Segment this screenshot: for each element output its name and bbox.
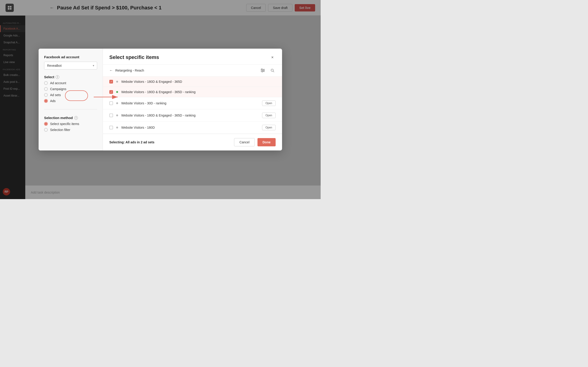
breadcrumb-back-btn[interactable]: ←: [109, 68, 113, 73]
item-dot-3: [116, 102, 118, 104]
select-info-icon[interactable]: i: [56, 75, 59, 79]
modal-right-panel: Select specific items × ← Retargeting - …: [103, 49, 282, 150]
selection-method-label-row: Selection method i: [44, 116, 97, 120]
chevron-down-icon: ▾: [93, 64, 94, 67]
radio-ad-account-label: Ad account: [50, 81, 66, 85]
item-name-4: Website Visitors - 180D & Engaged - 365D…: [121, 114, 259, 117]
breadcrumb-left: ← Retargeting - Reach: [109, 68, 144, 73]
radio-item-ad-sets[interactable]: Ad sets: [44, 93, 97, 97]
select-label-text: Select: [44, 75, 54, 79]
footer-status: Selecting: All ads in 2 ad sets: [109, 140, 154, 144]
item-open-btn-3[interactable]: Open: [262, 100, 276, 106]
radio-selection-filter-label: Selection filter: [50, 128, 70, 132]
svg-point-9: [261, 69, 262, 70]
item-checkbox-2[interactable]: ✓: [109, 90, 113, 94]
item-dot-4: [116, 115, 118, 116]
radio-item-ads[interactable]: Ads: [44, 99, 97, 103]
item-dot-2: [116, 91, 118, 93]
select-section: Select i Ad account Campaigns: [44, 75, 97, 103]
item-name-1: Website Visitors - 180D & Engaged - 365D: [121, 80, 276, 83]
select-radio-group: Ad account Campaigns Ad sets Ads: [44, 81, 97, 103]
svg-line-13: [273, 71, 274, 72]
footer-actions: Cancel Done: [234, 138, 276, 146]
breadcrumb-text: Retargeting - Reach: [115, 69, 144, 72]
select-label-row: Select i: [44, 75, 97, 79]
modal-footer: Selecting: All ads in 2 ad sets Cancel D…: [103, 134, 282, 150]
divider: [44, 109, 97, 109]
item-name-3: Website Visitors - 30D - ranking: [121, 101, 259, 105]
item-dot-1: [116, 81, 118, 83]
selection-method-label-text: Selection method: [44, 116, 73, 120]
radio-campaigns[interactable]: [44, 87, 48, 91]
modal-dialog: Facebook ad account Revealbot ▾ Select i: [39, 49, 282, 150]
list-item[interactable]: ✓ Website Visitors - 180D & Engaged - 36…: [103, 77, 282, 87]
radio-ads-label: Ads: [50, 99, 56, 103]
fb-account-value: Revealbot: [47, 64, 61, 67]
item-dot-5: [116, 127, 118, 128]
list-item[interactable]: Website Visitors - 180D & Engaged - 365D…: [103, 109, 282, 122]
radio-item-selection-filter[interactable]: Selection filter: [44, 128, 97, 132]
radio-item-ad-account[interactable]: Ad account: [44, 81, 97, 85]
list-item[interactable]: ✓ Website Visitors - 180D & Engaged - 36…: [103, 87, 282, 97]
search-icon-btn[interactable]: [269, 67, 276, 74]
radio-item-select-specific[interactable]: Select specific items: [44, 122, 97, 126]
radio-ads[interactable]: [44, 99, 48, 103]
radio-ad-account[interactable]: [44, 81, 48, 85]
selection-method-section: Selection method i Select specific items…: [44, 116, 97, 132]
close-button[interactable]: ×: [269, 54, 276, 60]
svg-point-10: [263, 70, 264, 71]
fb-account-section: Facebook ad account Revealbot ▾: [44, 55, 97, 69]
radio-select-specific-label: Select specific items: [50, 122, 79, 126]
footer-cancel-button[interactable]: Cancel: [234, 138, 255, 146]
modal-right-title: Select specific items: [109, 54, 159, 60]
radio-selection-filter[interactable]: [44, 128, 48, 132]
radio-ad-sets[interactable]: [44, 93, 48, 97]
breadcrumb-actions: [259, 67, 276, 74]
selection-method-info-icon[interactable]: i: [74, 116, 78, 120]
fb-account-dropdown[interactable]: Revealbot ▾: [44, 62, 97, 69]
item-open-btn-5[interactable]: Open: [262, 125, 276, 130]
footer-done-button[interactable]: Done: [258, 138, 276, 146]
breadcrumb-row: ← Retargeting - Reach: [103, 65, 282, 77]
selection-method-radio-group: Select specific items Selection filter: [44, 122, 97, 132]
radio-item-campaigns[interactable]: Campaigns: [44, 87, 97, 91]
filter-icon-btn[interactable]: [259, 67, 266, 74]
list-item[interactable]: Website Visitors - 30D - ranking Open: [103, 97, 282, 109]
modal-left-panel: Facebook ad account Revealbot ▾ Select i: [39, 49, 103, 150]
radio-campaigns-label: Campaigns: [50, 87, 66, 91]
radio-select-specific[interactable]: [44, 122, 48, 126]
item-checkbox-4[interactable]: [109, 114, 113, 117]
item-name-2: Website Visitors - 180D & Engaged - 365D…: [121, 90, 276, 94]
modal-overlay: Facebook ad account Revealbot ▾ Select i: [0, 0, 321, 199]
list-item[interactable]: Website Visitors - 180D Open: [103, 122, 282, 134]
modal-right-header: Select specific items ×: [103, 49, 282, 65]
item-checkbox-3[interactable]: [109, 101, 113, 105]
items-list: ✓ Website Visitors - 180D & Engaged - 36…: [103, 77, 282, 134]
radio-ad-sets-label: Ad sets: [50, 93, 61, 97]
item-checkbox-1[interactable]: ✓: [109, 80, 113, 83]
item-name-5: Website Visitors - 180D: [121, 126, 259, 129]
svg-point-11: [262, 71, 263, 72]
item-open-btn-4[interactable]: Open: [262, 113, 276, 118]
fb-account-title: Facebook ad account: [44, 55, 97, 59]
item-checkbox-5[interactable]: [109, 126, 113, 129]
